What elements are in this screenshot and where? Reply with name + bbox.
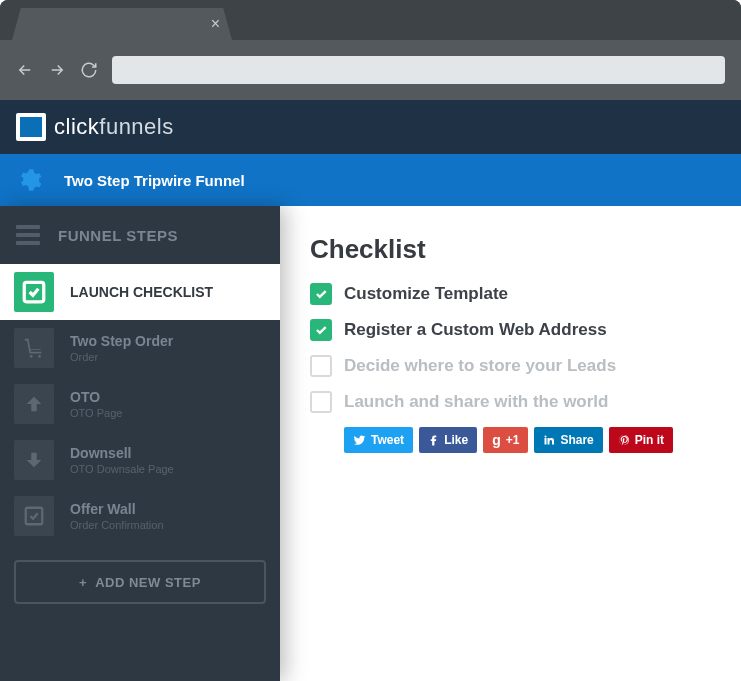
sidebar-item-label: Offer Wall [70,501,164,517]
reload-icon[interactable] [80,61,98,79]
logo-icon [16,113,46,141]
sidebar-item-sub: Order Confirmation [70,519,164,531]
app-content: clickfunnels Two Step Tripwire Funnel FU… [0,100,741,681]
address-bar [0,40,741,100]
checklist-label: Decide where to store your Leads [344,356,616,376]
gear-icon[interactable] [16,167,42,193]
brand-name: clickfunnels [54,114,174,140]
check-icon [14,272,54,312]
arrow-up-icon [14,384,54,424]
sidebar-item-two-step-order[interactable]: Two Step Order Order [0,320,280,376]
close-icon[interactable]: × [211,15,220,33]
checklist-label: Launch and share with the world [344,392,608,412]
sidebar-header: FUNNEL STEPS [0,206,280,264]
checklist-label: Customize Template [344,284,508,304]
linkedin-share-button[interactable]: Share [534,427,602,453]
checklist-heading: Checklist [310,234,711,265]
back-icon[interactable] [16,61,34,79]
add-step-label: ADD NEW STEP [95,575,201,590]
checklist-item[interactable]: Launch and share with the world [310,391,711,413]
checkbox-unchecked-icon[interactable] [310,355,332,377]
sidebar-item-sub: OTO Downsale Page [70,463,174,475]
checklist-item[interactable]: Customize Template [310,283,711,305]
browser-chrome: × [0,0,741,100]
svg-point-1 [30,355,33,358]
body-row: FUNNEL STEPS LAUNCH CHECKLIST Two Step O… [0,206,741,681]
pinterest-button[interactable]: Pin it [609,427,673,453]
share-buttons: Tweet Like g +1 Share [344,427,711,453]
url-input[interactable] [112,56,725,84]
like-button[interactable]: Like [419,427,477,453]
browser-tab[interactable]: × [12,8,232,40]
sidebar-item-launch-checklist[interactable]: LAUNCH CHECKLIST [0,264,280,320]
plus-icon: + [79,575,87,590]
checklist-label: Register a Custom Web Address [344,320,607,340]
sidebar-item-label: OTO [70,389,122,405]
funnel-bar: Two Step Tripwire Funnel [0,154,741,206]
sidebar-header-label: FUNNEL STEPS [58,227,178,244]
sidebar-item-downsell[interactable]: Downsell OTO Downsale Page [0,432,280,488]
funnel-title: Two Step Tripwire Funnel [64,172,245,189]
main-panel: Checklist Customize Template Register a … [280,206,741,681]
svg-point-2 [38,355,41,358]
checklist-item[interactable]: Register a Custom Web Address [310,319,711,341]
sidebar-item-sub: Order [70,351,173,363]
check-icon [14,496,54,536]
google-plus-button[interactable]: g +1 [483,427,528,453]
checkbox-checked-icon[interactable] [310,283,332,305]
checkbox-unchecked-icon[interactable] [310,391,332,413]
sidebar-item-sub: OTO Page [70,407,122,419]
add-new-step-button[interactable]: + ADD NEW STEP [14,560,266,604]
checklist-item[interactable]: Decide where to store your Leads [310,355,711,377]
sidebar-item-label: Downsell [70,445,174,461]
sidebar-item-label: Two Step Order [70,333,173,349]
cart-icon [14,328,54,368]
checkbox-checked-icon[interactable] [310,319,332,341]
sidebar-item-oto[interactable]: OTO OTO Page [0,376,280,432]
browser-window: × clickfunnels [0,0,741,681]
sidebar-item-label: LAUNCH CHECKLIST [70,284,213,300]
tweet-button[interactable]: Tweet [344,427,413,453]
arrow-down-icon [14,440,54,480]
sidebar: FUNNEL STEPS LAUNCH CHECKLIST Two Step O… [0,206,280,681]
menu-icon[interactable] [16,225,40,245]
g-icon: g [492,432,501,448]
app-header: clickfunnels [0,100,741,154]
tab-bar: × [0,0,741,40]
forward-icon[interactable] [48,61,66,79]
sidebar-item-offer-wall[interactable]: Offer Wall Order Confirmation [0,488,280,544]
